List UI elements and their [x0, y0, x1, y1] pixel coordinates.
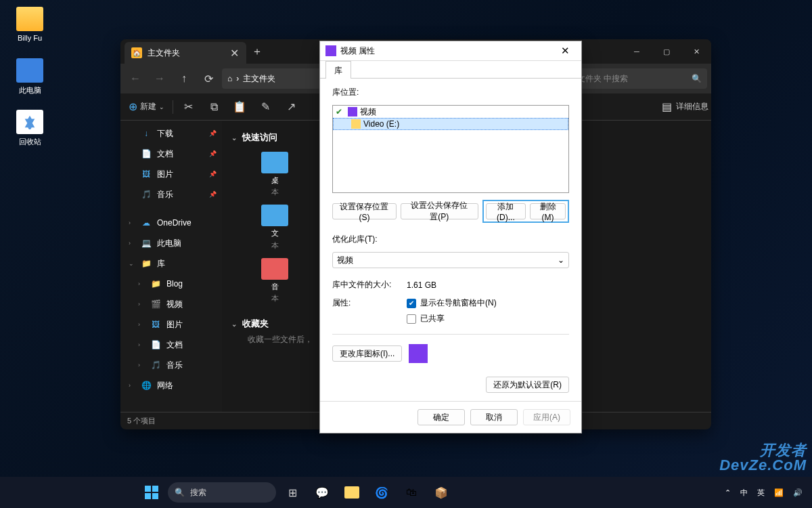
sidebar-libraries[interactable]: ⌄📁库 [120, 253, 222, 274]
refresh-button[interactable]: ⟳ [198, 68, 219, 89]
sidebar-lib-videos[interactable]: ›🎬视频 [120, 294, 222, 314]
back-button[interactable]: ← [125, 68, 146, 89]
up-button[interactable]: ↑ [173, 68, 195, 89]
tray-network-icon[interactable]: 📶 [770, 487, 788, 499]
optimize-select[interactable]: 视频 ⌄ [332, 252, 569, 268]
explorer-tab[interactable]: 🏠 主文件夹 ✕ [125, 42, 246, 64]
tray-ime-1[interactable]: 中 [736, 486, 752, 499]
shared-checkbox[interactable]: 已共享 [407, 313, 497, 324]
library-item-video-e[interactable]: Video (E:) [333, 118, 568, 130]
set-public-save-location-button[interactable]: 设置公共保存位置(P) [401, 203, 478, 219]
cut-button[interactable]: ✂ [176, 97, 200, 117]
start-button[interactable] [138, 480, 165, 505]
library-icon-preview [409, 344, 428, 363]
library-item-videos[interactable]: ✔ 视频 [333, 106, 568, 118]
sidebar-quick-downloads[interactable]: ↓下载📌 [120, 123, 222, 144]
pin-icon: 📌 [209, 171, 217, 177]
copy-button[interactable]: ⧉ [202, 97, 226, 117]
sidebar: ↓下载📌 📄文档📌 🖼图片📌 🎵音乐📌 ›☁OneDrive ›💻此电脑 ⌄📁库… [120, 121, 222, 412]
sidebar-quick-pictures[interactable]: 🖼图片📌 [120, 164, 222, 184]
ok-button[interactable]: 确定 [418, 409, 465, 425]
taskbar-explorer[interactable] [338, 480, 365, 505]
library-location-list[interactable]: ✔ 视频 Video (E:) [332, 105, 569, 193]
svg-rect-0 [145, 486, 151, 492]
share-button[interactable]: ↗ [279, 97, 303, 117]
task-view-button[interactable]: ⊞ [279, 480, 306, 505]
desktop-icon-label: 回收站 [9, 137, 50, 147]
new-button[interactable]: ⊕新建 ⌄ [123, 97, 170, 117]
folder-icon [16, 7, 43, 31]
library-locations-label: 库位置: [332, 87, 569, 98]
video-library-icon [325, 45, 336, 56]
add-button[interactable]: 添加(D)... [486, 203, 526, 219]
desktop-icon-recycle-bin[interactable]: 回收站 [9, 110, 50, 147]
pc-icon [16, 58, 43, 83]
sidebar-lib-music[interactable]: ›🎵音乐 [120, 355, 222, 375]
taskbar-search[interactable]: 🔍 搜索 [168, 482, 276, 503]
pin-icon: 📌 [209, 130, 217, 137]
desktop-icon-this-pc[interactable]: 此电脑 [9, 58, 50, 96]
sidebar-lib-blog[interactable]: ›📁Blog [120, 274, 222, 294]
apply-button[interactable]: 应用(A) [523, 409, 570, 425]
taskbar-chat[interactable]: 💬 [309, 480, 336, 505]
tab-library[interactable]: 库 [325, 61, 351, 79]
paste-button[interactable]: 📋 [227, 97, 252, 117]
folder-icon [261, 152, 288, 173]
set-save-location-button[interactable]: 设置保存位置(S) [332, 203, 397, 219]
tray-chevron[interactable]: ⌃ [721, 487, 735, 499]
forward-button[interactable]: → [149, 68, 171, 89]
breadcrumb-path[interactable]: 主文件夹 [243, 73, 275, 85]
new-tab-button[interactable]: ＋ [246, 41, 268, 62]
tray-ime-2[interactable]: 英 [753, 486, 769, 499]
close-button[interactable]: ✕ [681, 39, 711, 64]
search-icon: 🔍 [175, 488, 185, 497]
optimize-label: 优化此库(T): [332, 234, 569, 245]
sidebar-lib-pictures[interactable]: ›🖼图片 [120, 314, 222, 335]
item-count: 5 个项目 [127, 416, 156, 426]
desktop-icon-user-folder[interactable]: Billy Fu [9, 7, 50, 42]
sidebar-this-pc[interactable]: ›💻此电脑 [120, 233, 222, 253]
sidebar-lib-documents[interactable]: ›📄文档 [120, 335, 222, 355]
quick-item-docs[interactable]: 文本 [248, 200, 302, 253]
highlighted-buttons: 添加(D)... 删除(M) [482, 200, 569, 223]
checkbox-unchecked-icon [407, 314, 416, 324]
maximize-button[interactable]: ▢ [652, 39, 681, 64]
cancel-button[interactable]: 取消 [470, 409, 518, 425]
chevron-down-icon: ⌄ [558, 255, 564, 265]
view-detail-label[interactable]: 详细信息 [676, 101, 708, 112]
view-list-icon[interactable]: ▤ [662, 100, 672, 113]
minimize-button[interactable]: ─ [622, 39, 652, 64]
restore-defaults-button[interactable]: 还原为默认设置(R) [486, 377, 569, 393]
search-input[interactable]: 文件夹 中搜索 🔍 [572, 68, 707, 89]
dialog-titlebar[interactable]: 视频 属性 ✕ [320, 41, 581, 61]
dialog-close-button[interactable]: ✕ [551, 41, 579, 60]
sidebar-network[interactable]: ›🌐网络 [120, 375, 222, 396]
video-properties-dialog: 视频 属性 ✕ 库 库位置: ✔ 视频 Video (E:) 设置保存位置(S)… [319, 41, 582, 433]
change-icon-button[interactable]: 更改库图标(I)... [332, 345, 402, 362]
svg-rect-2 [145, 493, 151, 499]
show-in-nav-checkbox[interactable]: ✔ 显示在导航窗格中(N) [407, 297, 497, 309]
tray-volume-icon[interactable]: 🔊 [789, 487, 807, 499]
quick-item-desktop[interactable]: 桌本 [248, 148, 302, 200]
taskbar-app[interactable]: 📦 [428, 480, 455, 505]
pin-icon: 📌 [209, 191, 217, 198]
search-icon: 🔍 [692, 74, 702, 83]
taskbar-store[interactable]: 🛍 [398, 480, 425, 505]
folder-icon [351, 119, 361, 129]
desktop-icon-label: 此电脑 [9, 85, 50, 96]
sidebar-quick-music[interactable]: 🎵音乐📌 [120, 184, 222, 205]
dialog-title: 视频 属性 [340, 45, 551, 57]
folder-icon [261, 258, 288, 280]
recycle-bin-icon [16, 110, 43, 134]
tab-close-button[interactable]: ✕ [229, 47, 240, 60]
quick-item-music[interactable]: 音本 [248, 254, 302, 307]
taskbar-edge[interactable]: 🌀 [368, 480, 395, 505]
checkbox-checked-icon: ✔ [407, 299, 416, 308]
remove-button[interactable]: 删除(M) [530, 203, 566, 219]
rename-button[interactable]: ✎ [253, 97, 277, 117]
size-value: 1.61 GB [407, 280, 436, 290]
sidebar-onedrive[interactable]: ›☁OneDrive [120, 213, 222, 233]
home-crumb[interactable]: ⌂ [227, 74, 232, 83]
sidebar-quick-documents[interactable]: 📄文档📌 [120, 144, 222, 164]
desktop-icon-label: Billy Fu [9, 34, 50, 42]
